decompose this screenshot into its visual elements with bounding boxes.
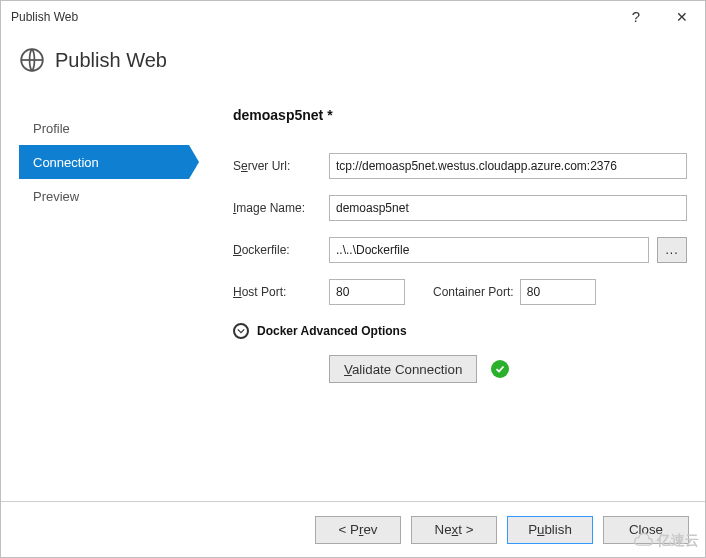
host-port-input[interactable] bbox=[329, 279, 405, 305]
dialog-header: Publish Web bbox=[1, 33, 705, 91]
row-image-name: Image Name: bbox=[233, 195, 687, 221]
server-url-label: Server Url: bbox=[233, 159, 329, 173]
check-ok-icon bbox=[491, 360, 509, 378]
connection-form: demoasp5net * Server Url: Image Name: Do… bbox=[189, 91, 687, 383]
docker-advanced-toggle[interactable]: Docker Advanced Options bbox=[233, 323, 687, 339]
help-button[interactable]: ? bbox=[613, 1, 659, 33]
close-button[interactable]: Close bbox=[603, 516, 689, 544]
next-button[interactable]: Next > bbox=[411, 516, 497, 544]
wizard-nav: Profile Connection Preview bbox=[19, 91, 189, 383]
container-port-input[interactable] bbox=[520, 279, 596, 305]
image-name-label: Image Name: bbox=[233, 201, 329, 215]
dialog-footer: < Prev Next > Publish Close bbox=[1, 501, 705, 557]
globe-icon bbox=[19, 47, 45, 73]
row-dockerfile: Dockerfile: ... bbox=[233, 237, 687, 263]
validate-connection-button[interactable]: Validate Connection bbox=[329, 355, 477, 383]
dockerfile-input[interactable] bbox=[329, 237, 649, 263]
nav-item-preview[interactable]: Preview bbox=[19, 179, 189, 213]
window-title: Publish Web bbox=[11, 10, 613, 24]
nav-label: Profile bbox=[33, 121, 70, 136]
nav-item-profile[interactable]: Profile bbox=[19, 111, 189, 145]
ports-group: Container Port: bbox=[329, 279, 596, 305]
close-window-button[interactable]: ✕ bbox=[659, 1, 705, 33]
host-port-label: Host Port: bbox=[233, 285, 329, 299]
dockerfile-label: Dockerfile: bbox=[233, 243, 329, 257]
row-ports: Host Port: Container Port: bbox=[233, 279, 687, 305]
profile-name-heading: demoasp5net * bbox=[233, 107, 687, 123]
prev-button[interactable]: < Prev bbox=[315, 516, 401, 544]
main-content: Profile Connection Preview demoasp5net *… bbox=[1, 91, 705, 383]
row-server-url: Server Url: bbox=[233, 153, 687, 179]
container-port-label: Container Port: bbox=[433, 285, 514, 299]
advanced-label: Docker Advanced Options bbox=[257, 324, 407, 338]
nav-label: Connection bbox=[33, 155, 99, 170]
publish-button[interactable]: Publish bbox=[507, 516, 593, 544]
nav-label: Preview bbox=[33, 189, 79, 204]
title-bar: Publish Web ? ✕ bbox=[1, 1, 705, 33]
chevron-down-icon bbox=[233, 323, 249, 339]
dialog-title: Publish Web bbox=[55, 49, 167, 72]
nav-item-connection[interactable]: Connection bbox=[19, 145, 189, 179]
image-name-input[interactable] bbox=[329, 195, 687, 221]
row-validate: Validate Connection bbox=[329, 355, 687, 383]
server-url-input[interactable] bbox=[329, 153, 687, 179]
browse-dockerfile-button[interactable]: ... bbox=[657, 237, 687, 263]
